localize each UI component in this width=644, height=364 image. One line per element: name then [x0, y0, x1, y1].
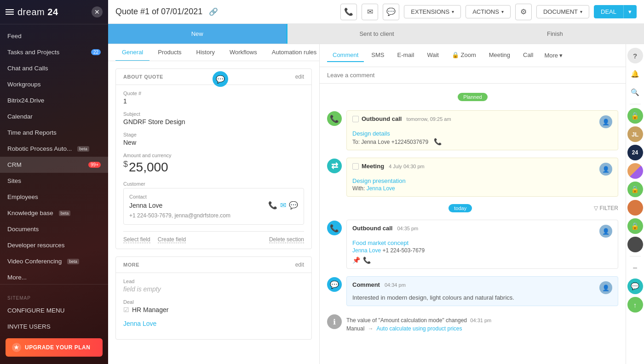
- lock-icon-2[interactable]: 🔒: [627, 182, 643, 197]
- more-section-body: Lead field is empty Deal ☑ HR Manager Je…: [116, 273, 311, 339]
- deal-button[interactable]: DEAL: [594, 5, 623, 18]
- lock-icon-3[interactable]: 🔒: [627, 218, 643, 234]
- timeline-item-meeting1: ⇄ Meeting 4 July 04:30 pm 👤 Design prese…: [320, 154, 626, 200]
- contact-chat-icon[interactable]: 💬: [289, 201, 298, 210]
- upgrade-icon: ★: [12, 343, 21, 352]
- deal-field: Deal ☑ HR Manager: [123, 299, 304, 313]
- page-title: Quote #1 of 07/01/2021: [115, 7, 202, 17]
- sidebar-item-crm[interactable]: CRM 99+: [0, 157, 108, 173]
- stage-new[interactable]: New: [108, 24, 286, 44]
- sidebar-item-time[interactable]: Time and Reports: [0, 125, 108, 141]
- settings-icon-button[interactable]: ⚙: [515, 4, 532, 20]
- tab-products[interactable]: Products: [151, 44, 188, 61]
- timeline-body: Planned 📞 Outbound call tomorrow, 09:25 …: [320, 84, 626, 364]
- avatar-1[interactable]: JL: [627, 126, 643, 142]
- contact-actions: 📞 ✉ 💬: [268, 201, 298, 210]
- chat-icon[interactable]: 💬: [627, 279, 643, 294]
- edit-pin-icon[interactable]: 📌: [352, 256, 360, 264]
- chat-icon-button[interactable]: 💬: [383, 4, 399, 20]
- subject-field: Subject GNDRF Store Design: [123, 111, 304, 125]
- sidebar-item-knowledge[interactable]: Knowledge base beta: [0, 205, 108, 221]
- stage-finish[interactable]: Finish: [466, 24, 644, 44]
- timeline-more-caret: ▾: [559, 52, 563, 59]
- deal-split-button[interactable]: ▾: [623, 5, 637, 18]
- minus-icon[interactable]: −: [627, 260, 643, 276]
- select-field-button[interactable]: Select field: [123, 236, 150, 243]
- configure-menu-button[interactable]: CONFIGURE MENU: [0, 302, 108, 318]
- timeline-tab-call[interactable]: Call: [518, 49, 539, 62]
- outbound-call-content-2: Outbound call 04:35 pm 👤 Food market con…: [346, 220, 618, 269]
- more-section-edit[interactable]: edit: [295, 262, 304, 268]
- phone-icon-button[interactable]: 📞: [340, 4, 357, 20]
- document-button[interactable]: DOCUMENT ▾: [536, 5, 589, 18]
- main-content: Quote #1 of 07/01/2021 🔗 📞 ✉ 💬 EXTENSION…: [108, 0, 644, 364]
- outbound-call-phone-icon-1[interactable]: 📞: [434, 138, 442, 145]
- timeline-tab-wait[interactable]: Wait: [421, 49, 444, 62]
- contact-phone-icon[interactable]: 📞: [268, 201, 277, 210]
- sidebar-item-feed[interactable]: Feed: [0, 28, 108, 44]
- meeting-checkbox-1[interactable]: [352, 163, 359, 170]
- sidebar-item-documents[interactable]: Documents: [0, 221, 108, 237]
- contact-email-icon[interactable]: ✉: [280, 201, 286, 210]
- outbound-call-link-1[interactable]: Design details: [352, 130, 612, 137]
- avatar-3[interactable]: [627, 200, 643, 216]
- avatar-2[interactable]: [627, 163, 643, 179]
- stage-sent[interactable]: Sent to client: [286, 24, 466, 44]
- sidebar-item-developer[interactable]: Developer resources: [0, 237, 108, 253]
- tab-history[interactable]: History: [190, 44, 221, 61]
- comment-input[interactable]: [327, 72, 618, 79]
- timeline-tab-zoom[interactable]: 🔒 Zoom: [446, 49, 482, 62]
- about-quote-title: ABOUT QUOTE: [123, 74, 163, 80]
- tab-general[interactable]: General: [115, 44, 150, 61]
- timeline-tab-meeting[interactable]: Meeting: [483, 49, 516, 62]
- outbound-call-link-2[interactable]: Food market concept: [352, 239, 612, 246]
- outbound-call-icon-2: 📞: [327, 221, 342, 235]
- subject-value: GNDRF Store Design: [123, 118, 304, 125]
- sidebar-item-calendar[interactable]: Calendar: [0, 108, 108, 125]
- link-icon[interactable]: 🔗: [209, 7, 218, 16]
- lead-field: Lead field is empty: [123, 279, 304, 293]
- about-quote-edit[interactable]: edit: [295, 74, 304, 80]
- outbound-call-avatar-1: 👤: [599, 115, 612, 128]
- timeline-tab-comment[interactable]: Comment: [327, 49, 364, 62]
- actions-button[interactable]: ACTIONS ▾: [466, 5, 511, 18]
- meeting-contact-1: Jenna Love: [367, 185, 395, 192]
- lock-icon-1[interactable]: 🔒: [627, 108, 643, 124]
- email-icon-button[interactable]: ✉: [362, 4, 378, 20]
- extensions-button[interactable]: EXTENSIONS ▾: [404, 5, 461, 18]
- tab-workflows[interactable]: Workflows: [223, 44, 264, 61]
- sidebar-item-employees[interactable]: Employees: [0, 189, 108, 205]
- sidebar-item-more[interactable]: More...: [0, 269, 108, 284]
- search-icon[interactable]: 🔍: [627, 85, 643, 100]
- arrow-up-icon[interactable]: ↑: [627, 297, 643, 313]
- tab-automation[interactable]: Automation rules: [265, 44, 319, 61]
- stage-field: Stage New: [123, 132, 304, 146]
- sidebar-item-bitrix[interactable]: Bitrix24.Drive: [0, 92, 108, 108]
- bell-icon[interactable]: 🔔: [627, 66, 643, 82]
- call-back-icon[interactable]: 📞: [363, 256, 371, 264]
- help-icon[interactable]: ?: [627, 48, 643, 63]
- filter-button[interactable]: ▽ FILTER: [594, 205, 618, 211]
- badge-24-icon[interactable]: 24: [627, 145, 643, 160]
- sidebar-item-sites[interactable]: Sites: [0, 173, 108, 189]
- timeline-tab-sms[interactable]: SMS: [366, 49, 390, 62]
- outbound-call-checkbox-1[interactable]: [352, 116, 359, 122]
- meeting-link-1[interactable]: Design presentation: [352, 177, 612, 184]
- sidebar-close-button[interactable]: ✕: [92, 6, 103, 17]
- timeline-tab-more[interactable]: More ▾: [540, 49, 566, 62]
- avatar-4[interactable]: [627, 237, 643, 252]
- comment-input-area[interactable]: [320, 67, 626, 84]
- create-field-button[interactable]: Create field: [158, 236, 186, 243]
- sidebar-item-tasks[interactable]: Tasks and Projects 22: [0, 44, 108, 60]
- hamburger-icon[interactable]: [6, 9, 14, 15]
- invite-users-button[interactable]: INVITE USERS: [0, 318, 108, 335]
- more-section-header: MORE edit: [116, 257, 311, 273]
- sidebar-item-chat[interactable]: Chat and Calls: [0, 60, 108, 76]
- delete-section-button[interactable]: Delete section: [269, 236, 304, 243]
- sidebar-item-robotic[interactable]: Robotic Process Auto... beta: [0, 141, 108, 157]
- upgrade-plan-button[interactable]: ★ UPGRADE YOUR PLAN: [6, 338, 103, 357]
- sidebar-item-workgroups[interactable]: Workgroups: [0, 76, 108, 92]
- timeline-tab-email[interactable]: E-mail: [392, 49, 420, 62]
- sidebar-item-video[interactable]: Video Conferencing beta: [0, 253, 108, 269]
- change-arrow: →: [368, 325, 374, 332]
